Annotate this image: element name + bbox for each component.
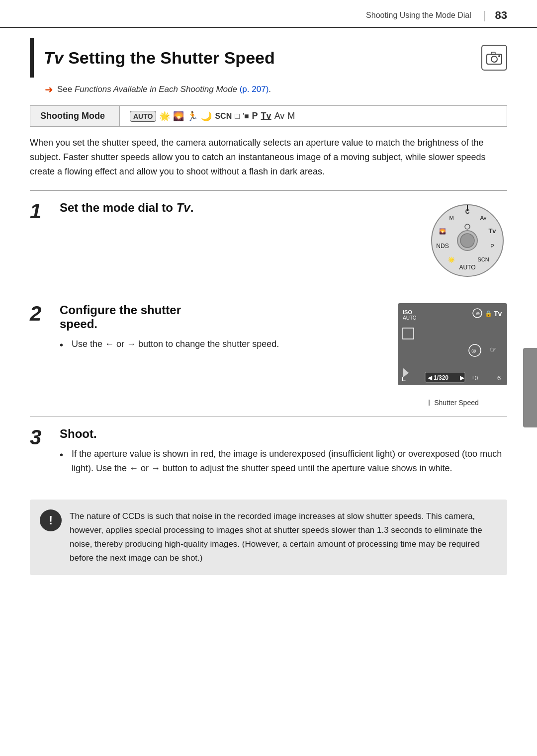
- title-section: Tv Setting the Shutter Speed: [30, 38, 507, 78]
- step-2-image: ISO AUTO ⊕ 🔒 Tv: [398, 303, 507, 407]
- shutter-speed-label: Shutter Speed: [398, 399, 507, 407]
- step-1-title: Set the mode dial to Tv.: [60, 201, 418, 215]
- step-3-number: 3: [30, 427, 60, 480]
- svg-text:L: L: [402, 375, 406, 383]
- step-1-image: C Av Tv P SCN AUTO 🌟 NDS 🌄 M: [428, 201, 507, 283]
- svg-point-3: [498, 55, 500, 57]
- svg-text:⊕: ⊕: [476, 311, 480, 316]
- sidebar-tab: [523, 348, 537, 427]
- svg-text:◀: ◀: [428, 374, 433, 381]
- svg-text:◎: ◎: [471, 347, 476, 353]
- step-3-content: Shoot. If the aperture value is shown in…: [60, 427, 507, 480]
- camera-lcd-svg: ISO AUTO ⊕ 🔒 Tv: [398, 303, 507, 395]
- mode-stitch-icon: □: [235, 112, 240, 121]
- svg-text:6: 6: [497, 374, 501, 382]
- step-1-text: Set the mode dial to Tv.: [60, 201, 418, 221]
- mode-portrait-icon: 🌟: [159, 111, 170, 122]
- svg-text:🌄: 🌄: [439, 228, 446, 235]
- mode-action-icon: 🏃: [187, 111, 198, 122]
- m-mode-label: M: [287, 111, 295, 121]
- step-2-text: Configure the shutterspeed. Use the ← or…: [60, 303, 388, 355]
- mode-night-icon: 🌙: [201, 111, 212, 122]
- step-3-title: Shoot.: [60, 427, 507, 441]
- step-3-bullets: If the aperture value is shown in red, t…: [60, 447, 507, 476]
- page-number: 83: [495, 9, 507, 22]
- lcd-container: ISO AUTO ⊕ 🔒 Tv: [398, 303, 507, 407]
- note-box: ! The nature of CCDs is such that noise …: [30, 500, 507, 575]
- step-2-content: Configure the shutterspeed. Use the ← or…: [60, 303, 507, 407]
- step-2-title: Configure the shutterspeed.: [60, 303, 388, 331]
- svg-text:1/320: 1/320: [434, 374, 448, 381]
- scn-mode-label: SCN: [215, 112, 232, 121]
- svg-point-18: [460, 234, 474, 248]
- step-1-content: Set the mode dial to Tv. C Av: [60, 201, 507, 283]
- title-main: Setting the Shutter Speed: [68, 48, 275, 67]
- arrow-right-symbol: →: [127, 339, 136, 349]
- step-2: 2 Configure the shutterspeed. Use the ← …: [30, 293, 507, 417]
- shooting-mode-label: Shooting Mode: [30, 106, 120, 126]
- svg-text:Av: Av: [480, 215, 487, 221]
- svg-text:NDS: NDS: [436, 243, 448, 250]
- svg-text:AUTO: AUTO: [403, 315, 417, 321]
- see-ref-text: See Functions Available in Each Shooting…: [57, 84, 271, 94]
- svg-text:ISO: ISO: [403, 309, 412, 315]
- step3-arrow-left: ←: [129, 463, 138, 473]
- step-2-bullet-1: Use the ← or → button to change the shut…: [60, 337, 388, 351]
- arrow-right-icon: ➜: [45, 84, 53, 95]
- av-mode-label: Av: [274, 111, 285, 121]
- step3-arrow-right: →: [151, 463, 160, 473]
- svg-text:Tv: Tv: [488, 227, 496, 235]
- intro-paragraph: When you set the shutter speed, the came…: [30, 136, 507, 178]
- mode-movie-icon: '■: [243, 112, 249, 121]
- note-text: The nature of CCDs is such that noise in…: [70, 509, 497, 565]
- note-icon: !: [40, 509, 62, 531]
- step-2-body: Configure the shutterspeed. Use the ← or…: [60, 303, 507, 407]
- main-content: Tv Setting the Shutter Speed ➜ See Funct…: [0, 38, 537, 595]
- svg-point-1: [491, 56, 497, 62]
- svg-text:▶: ▶: [460, 374, 465, 381]
- shooting-mode-icons: AUTO 🌟 🌄 🏃 🌙 SCN □ '■ P Tv Av M: [120, 107, 305, 126]
- svg-text:M: M: [449, 215, 453, 221]
- mode-dial-svg: C Av Tv P SCN AUTO 🌟 NDS 🌄 M: [428, 201, 507, 280]
- svg-text:☞: ☞: [490, 345, 497, 354]
- step-3: 3 Shoot. If the aperture value is shown …: [30, 417, 507, 490]
- step-2-bullets: Use the ← or → button to change the shut…: [60, 337, 388, 351]
- tv-mode-label: Tv: [261, 111, 271, 121]
- svg-text:🔒: 🔒: [485, 310, 492, 317]
- arrow-left-symbol: ←: [105, 339, 114, 349]
- step-1-number: 1: [30, 201, 60, 283]
- svg-text:Tv: Tv: [494, 310, 502, 318]
- svg-rect-2: [491, 52, 495, 55]
- title-prefix: Tv: [44, 48, 64, 67]
- auto-mode-icon: AUTO: [130, 111, 156, 122]
- shooting-mode-bar: Shooting Mode AUTO 🌟 🌄 🏃 🌙 SCN □ '■ P Tv…: [30, 105, 507, 127]
- step-2-number: 2: [30, 303, 60, 407]
- see-reference: ➜ See Functions Available in Each Shooti…: [30, 78, 507, 101]
- camera-icon: [481, 45, 507, 71]
- p-mode-label: P: [252, 111, 258, 121]
- step-1: 1 Set the mode dial to Tv.: [30, 190, 507, 293]
- mode-landscape-icon: 🌄: [173, 111, 184, 122]
- svg-text:🌟: 🌟: [448, 256, 455, 263]
- svg-text:SCN: SCN: [477, 256, 489, 262]
- chapter-title: Shooting Using the Mode Dial: [366, 11, 471, 20]
- ref-link: (p. 207): [240, 84, 269, 94]
- svg-text:AUTO: AUTO: [459, 264, 475, 271]
- ref-italic-text: Functions Available in Each Shooting Mod…: [75, 84, 237, 94]
- page-title: Tv Setting the Shutter Speed: [44, 48, 275, 68]
- top-bar: Shooting Using the Mode Dial | 83: [0, 0, 537, 28]
- step-3-bullet-1: If the aperture value is shown in red, t…: [60, 447, 507, 476]
- svg-text:±0: ±0: [471, 375, 478, 382]
- svg-text:P: P: [490, 243, 494, 249]
- step-1-body: Set the mode dial to Tv. C Av: [60, 201, 507, 283]
